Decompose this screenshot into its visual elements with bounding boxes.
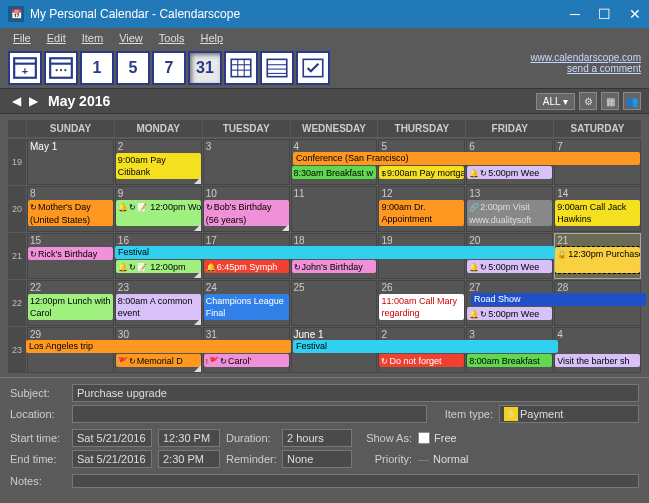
event-weekly[interactable]: 🔔↻5:00pm Wee <box>467 166 552 179</box>
settings-icon[interactable]: ⚙ <box>579 92 597 110</box>
menu-tools[interactable]: Tools <box>152 30 192 46</box>
menu-view[interactable]: View <box>112 30 150 46</box>
month-label[interactable]: May 2016 <box>48 93 536 109</box>
contacts-icon[interactable]: 👥 <box>623 92 641 110</box>
details-panel: Subject: Purchase upgrade Location: Item… <box>0 377 649 497</box>
showas-field[interactable]: Free <box>418 432 457 444</box>
event-weekly[interactable]: 🔔↻5:00pm Wee <box>467 307 552 320</box>
event-ricks-birthday[interactable]: ↻Rick's Birthday <box>28 247 113 260</box>
event-purchase[interactable]: 🔒12:30pm Purchase <box>555 247 640 273</box>
day-cell[interactable]: 15 ↻Rick's Birthday <box>27 233 114 279</box>
subject-field[interactable]: Purchase upgrade <box>72 384 639 402</box>
recur-icon: ↻ <box>381 357 388 366</box>
day-cell[interactable]: 2 9:00am Pay Citibank <box>115 139 202 185</box>
day-cell[interactable]: 23 8:00am A common event <box>115 280 202 326</box>
event-breakfast[interactable]: 8:00am Breakfast <box>467 354 552 367</box>
event-pay-citibank[interactable]: 9:00am Pay Citibank <box>116 153 201 179</box>
day-cell[interactable]: 9 🔔↻📝 12:00pm Working <box>115 186 202 232</box>
recur-icon: ↻ <box>129 263 136 272</box>
view-1-button[interactable]: 1 <box>80 51 114 85</box>
end-time-field[interactable]: 2:30 PM <box>158 450 220 468</box>
titlebar: 📅 My Personal Calendar - Calendarscope ─… <box>0 0 649 28</box>
event-carol-birthday[interactable]: !🚩↻Carol' <box>204 354 289 367</box>
day-cell[interactable]: 26 11:00am Call Mary regarding <box>378 280 465 326</box>
day-cell[interactable]: May 1 <box>27 139 114 185</box>
day-cell[interactable]: 22 12:00pm Lunch with Carol <box>27 280 114 326</box>
next-month-button[interactable]: ▶ <box>25 94 42 108</box>
event-call-mary[interactable]: 11:00am Call Mary regarding <box>379 294 464 320</box>
new-item-button[interactable]: + <box>8 51 42 85</box>
view-7-button[interactable]: 7 <box>152 51 186 85</box>
money-icon: $ <box>381 169 385 178</box>
recur-icon: ↻ <box>220 357 227 366</box>
header-friday: FRIDAY <box>466 120 553 137</box>
start-date-field[interactable]: Sat 5/21/2016 <box>72 429 152 447</box>
reminder-field[interactable]: None <box>282 450 352 468</box>
event-festival[interactable]: Festival <box>293 340 558 353</box>
priority-label: Priority: <box>358 453 412 465</box>
event-do-not-forget[interactable]: ↻Do not forget <box>379 354 464 367</box>
priority-field[interactable]: —Normal <box>418 453 468 465</box>
menu-edit[interactable]: Edit <box>40 30 73 46</box>
event-pay-mortgage[interactable]: $9:00am Pay mortga <box>379 166 464 179</box>
recur-icon: ↻ <box>480 263 487 272</box>
notes-field[interactable] <box>72 474 639 488</box>
maximize-button[interactable]: ☐ <box>598 6 611 22</box>
close-button[interactable]: ✕ <box>629 6 641 22</box>
event-lunch-carol[interactable]: 12:00pm Lunch with Carol <box>28 294 113 320</box>
event-common[interactable]: 8:00am A common event <box>116 294 201 320</box>
website-link[interactable]: www.calendarscope.com <box>530 52 641 63</box>
event-working-time[interactable]: 🔔↻📝 12:00pm <box>116 260 201 273</box>
location-label: Location: <box>10 408 66 420</box>
tasks-button[interactable] <box>44 51 78 85</box>
event-call-jack[interactable]: 9:00am Call Jack Hawkins <box>555 200 640 226</box>
filter-all-button[interactable]: ALL ▾ <box>536 93 575 110</box>
menu-file[interactable]: File <box>6 30 38 46</box>
day-cell[interactable]: 8 ↻Mother's Day (United States) <box>27 186 114 232</box>
event-weekly[interactable]: 🔔↻5:00pm Wee <box>467 260 552 273</box>
duration-field[interactable]: 2 hours <box>282 429 352 447</box>
day-cell[interactable]: 24 Champions League Final <box>203 280 290 326</box>
day-cell[interactable]: 11 <box>291 186 378 232</box>
itemtype-field[interactable]: $Payment <box>499 405 639 423</box>
prev-month-button[interactable]: ◀ <box>8 94 25 108</box>
event-festival[interactable]: Festival <box>115 246 555 259</box>
event-mothers-day[interactable]: ↻Mother's Day (United States) <box>28 200 113 226</box>
event-champions[interactable]: Champions League Final <box>204 294 289 320</box>
menu-help[interactable]: Help <box>193 30 230 46</box>
view-5-button[interactable]: 5 <box>116 51 150 85</box>
start-time-field[interactable]: 12:30 PM <box>158 429 220 447</box>
day-cell[interactable]: 25 <box>291 280 378 326</box>
event-barber[interactable]: Visit the barber sh <box>555 354 640 367</box>
comment-link[interactable]: send a comment <box>530 63 641 74</box>
event-roadshow[interactable]: Road Show <box>471 293 646 306</box>
money-icon: $ <box>504 407 518 421</box>
view-grid-button[interactable] <box>224 51 258 85</box>
day-cell[interactable]: 13 🔗2:00pm Visit www.dualitysoft <box>466 186 553 232</box>
day-cell[interactable]: 12 9:00am Dr. Appointment <box>378 186 465 232</box>
event-conference[interactable]: Conference (San Francisco) <box>293 152 640 165</box>
menu-item[interactable]: Item <box>75 30 110 46</box>
location-field[interactable] <box>72 405 427 423</box>
event-johns-birthday[interactable]: ↻John's Birthday <box>292 260 377 273</box>
end-date-field[interactable]: Sat 5/21/2016 <box>72 450 152 468</box>
day-cell[interactable]: 3 <box>203 139 290 185</box>
reminder-label: Reminder: <box>226 453 276 465</box>
event-dr-appointment[interactable]: 9:00am Dr. Appointment <box>379 200 464 226</box>
event-memorial[interactable]: 🚩↻Memorial D <box>116 354 201 367</box>
event-visit-site[interactable]: 🔗2:00pm Visit www.dualitysoft <box>467 200 552 226</box>
view-list-button[interactable] <box>260 51 294 85</box>
view-31-button[interactable]: 31 <box>188 51 222 85</box>
event-symphony[interactable]: 🔔6:45pm Symph <box>204 260 289 273</box>
day-cell[interactable]: 10 ↻Bob's Birthday (56 years) <box>203 186 290 232</box>
minimize-button[interactable]: ─ <box>570 6 580 22</box>
event-la-trip[interactable]: Los Angeles trip <box>26 340 291 353</box>
categories-icon[interactable]: ▦ <box>601 92 619 110</box>
view-check-button[interactable] <box>296 51 330 85</box>
day-cell-selected[interactable]: 21 🔒12:30pm Purchase <box>554 233 641 279</box>
event-breakfast[interactable]: 8:30am Breakfast w <box>292 166 377 179</box>
event-working[interactable]: 🔔↻📝 12:00pm Working <box>116 200 201 226</box>
event-bobs-birthday[interactable]: ↻Bob's Birthday (56 years) <box>204 200 289 226</box>
day-cell[interactable]: 14 9:00am Call Jack Hawkins <box>554 186 641 232</box>
day-cell[interactable]: 4 Visit the barber sh <box>554 327 641 373</box>
